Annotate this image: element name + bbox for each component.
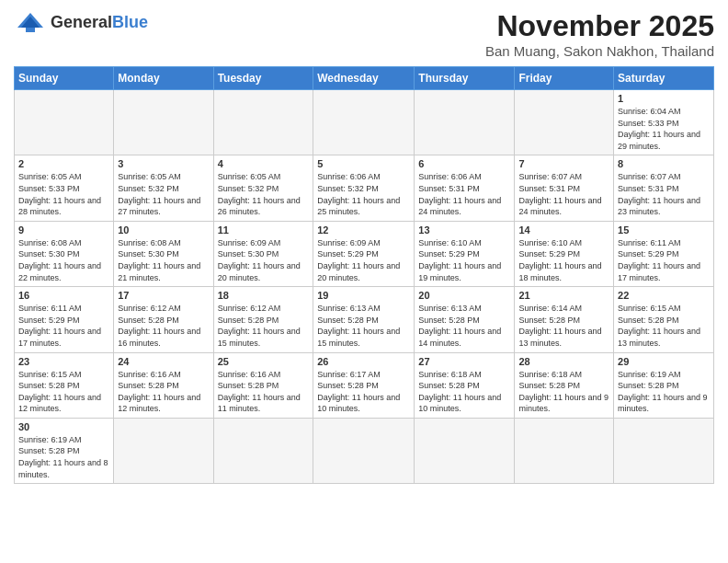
day-info: Sunrise: 6:19 AMSunset: 5:28 PMDaylight:…: [618, 369, 710, 415]
day-number: 10: [118, 224, 209, 236]
weekday-header-thursday: Thursday: [415, 67, 515, 90]
calendar-cell: 25Sunrise: 6:16 AMSunset: 5:28 PMDayligh…: [213, 352, 313, 418]
calendar-week-1: 1Sunrise: 6:04 AMSunset: 5:33 PMDaylight…: [15, 90, 714, 155]
calendar-cell: [515, 418, 614, 483]
day-info: Sunrise: 6:15 AMSunset: 5:28 PMDaylight:…: [18, 369, 109, 415]
day-number: 1: [618, 93, 710, 104]
calendar-week-2: 2Sunrise: 6:05 AMSunset: 5:33 PMDaylight…: [15, 155, 714, 221]
day-number: 26: [317, 356, 410, 367]
weekday-header-saturday: Saturday: [614, 67, 714, 90]
calendar-cell: 13Sunrise: 6:10 AMSunset: 5:29 PMDayligh…: [415, 221, 515, 286]
day-number: 19: [317, 290, 410, 301]
day-info: Sunrise: 6:19 AMSunset: 5:28 PMDaylight:…: [18, 434, 109, 480]
calendar-cell: 5Sunrise: 6:06 AMSunset: 5:32 PMDaylight…: [313, 155, 415, 221]
calendar-cell: 30Sunrise: 6:19 AMSunset: 5:28 PMDayligh…: [15, 418, 114, 483]
calendar-cell: 6Sunrise: 6:06 AMSunset: 5:31 PMDaylight…: [415, 155, 515, 221]
calendar-cell: 7Sunrise: 6:07 AMSunset: 5:31 PMDaylight…: [515, 155, 614, 221]
calendar-cell: [114, 90, 213, 155]
day-number: 6: [418, 158, 510, 169]
calendar-cell: 24Sunrise: 6:16 AMSunset: 5:28 PMDayligh…: [114, 352, 213, 418]
day-number: 2: [18, 158, 109, 169]
day-info: Sunrise: 6:15 AMSunset: 5:28 PMDaylight:…: [618, 303, 710, 349]
calendar-cell: 12Sunrise: 6:09 AMSunset: 5:29 PMDayligh…: [313, 221, 415, 286]
day-info: Sunrise: 6:05 AMSunset: 5:33 PMDaylight:…: [18, 171, 109, 217]
day-number: 4: [218, 158, 310, 169]
day-number: 12: [317, 224, 410, 236]
calendar-cell: 17Sunrise: 6:12 AMSunset: 5:28 PMDayligh…: [114, 287, 213, 352]
calendar-cell: 15Sunrise: 6:11 AMSunset: 5:29 PMDayligh…: [614, 221, 714, 286]
day-info: Sunrise: 6:10 AMSunset: 5:29 PMDaylight:…: [518, 237, 609, 283]
calendar-week-4: 16Sunrise: 6:11 AMSunset: 5:29 PMDayligh…: [15, 287, 714, 352]
day-info: Sunrise: 6:06 AMSunset: 5:32 PMDaylight:…: [317, 171, 410, 217]
weekday-header-sunday: Sunday: [15, 67, 114, 90]
calendar-cell: 1Sunrise: 6:04 AMSunset: 5:33 PMDaylight…: [614, 90, 714, 155]
day-info: Sunrise: 6:05 AMSunset: 5:32 PMDaylight:…: [118, 171, 209, 217]
day-info: Sunrise: 6:08 AMSunset: 5:30 PMDaylight:…: [118, 237, 209, 283]
logo-text: GeneralBlue: [51, 13, 148, 32]
day-info: Sunrise: 6:13 AMSunset: 5:28 PMDaylight:…: [418, 303, 510, 349]
calendar-cell: 18Sunrise: 6:12 AMSunset: 5:28 PMDayligh…: [213, 287, 313, 352]
day-info: Sunrise: 6:12 AMSunset: 5:28 PMDaylight:…: [218, 303, 310, 349]
calendar-cell: 2Sunrise: 6:05 AMSunset: 5:33 PMDaylight…: [15, 155, 114, 221]
day-info: Sunrise: 6:07 AMSunset: 5:31 PMDaylight:…: [618, 171, 710, 217]
calendar-cell: 20Sunrise: 6:13 AMSunset: 5:28 PMDayligh…: [415, 287, 515, 352]
calendar-cell: [15, 90, 114, 155]
day-number: 3: [118, 158, 209, 169]
calendar-cell: [415, 418, 515, 483]
day-info: Sunrise: 6:17 AMSunset: 5:28 PMDaylight:…: [317, 369, 410, 415]
day-number: 14: [518, 224, 609, 236]
day-info: Sunrise: 6:11 AMSunset: 5:29 PMDaylight:…: [618, 237, 710, 283]
calendar-cell: [114, 418, 213, 483]
calendar-cell: 14Sunrise: 6:10 AMSunset: 5:29 PMDayligh…: [515, 221, 614, 286]
day-info: Sunrise: 6:06 AMSunset: 5:31 PMDaylight:…: [418, 171, 510, 217]
calendar-cell: 23Sunrise: 6:15 AMSunset: 5:28 PMDayligh…: [15, 352, 114, 418]
day-info: Sunrise: 6:18 AMSunset: 5:28 PMDaylight:…: [418, 369, 510, 415]
title-block: November 2025 Ban Muang, Sakon Nakhon, T…: [485, 9, 714, 59]
day-info: Sunrise: 6:14 AMSunset: 5:28 PMDaylight:…: [518, 303, 609, 349]
day-info: Sunrise: 6:11 AMSunset: 5:29 PMDaylight:…: [18, 303, 109, 349]
day-number: 15: [618, 224, 710, 236]
calendar-cell: 27Sunrise: 6:18 AMSunset: 5:28 PMDayligh…: [415, 352, 515, 418]
day-info: Sunrise: 6:12 AMSunset: 5:28 PMDaylight:…: [118, 303, 209, 349]
calendar-week-6: 30Sunrise: 6:19 AMSunset: 5:28 PMDayligh…: [15, 418, 714, 483]
calendar-cell: 21Sunrise: 6:14 AMSunset: 5:28 PMDayligh…: [515, 287, 614, 352]
logo-label: GeneralBlue: [51, 13, 148, 31]
day-number: 11: [218, 224, 310, 236]
calendar-cell: [213, 418, 313, 483]
calendar-cell: [313, 90, 415, 155]
weekday-header-friday: Friday: [515, 67, 614, 90]
calendar-cell: [313, 418, 415, 483]
day-info: Sunrise: 6:16 AMSunset: 5:28 PMDaylight:…: [118, 369, 209, 415]
day-number: 30: [18, 421, 109, 432]
day-info: Sunrise: 6:18 AMSunset: 5:28 PMDaylight:…: [518, 369, 609, 415]
day-number: 28: [518, 356, 609, 367]
day-number: 13: [418, 224, 510, 236]
logo: GeneralBlue: [14, 9, 148, 35]
weekday-header-tuesday: Tuesday: [213, 67, 313, 90]
day-info: Sunrise: 6:10 AMSunset: 5:29 PMDaylight:…: [418, 237, 510, 283]
day-info: Sunrise: 6:16 AMSunset: 5:28 PMDaylight:…: [218, 369, 310, 415]
day-number: 8: [618, 158, 710, 169]
day-info: Sunrise: 6:05 AMSunset: 5:32 PMDaylight:…: [218, 171, 310, 217]
calendar-cell: [415, 90, 515, 155]
day-number: 22: [618, 290, 710, 301]
calendar-cell: 16Sunrise: 6:11 AMSunset: 5:29 PMDayligh…: [15, 287, 114, 352]
calendar-cell: 28Sunrise: 6:18 AMSunset: 5:28 PMDayligh…: [515, 352, 614, 418]
day-number: 27: [418, 356, 510, 367]
calendar-cell: 26Sunrise: 6:17 AMSunset: 5:28 PMDayligh…: [313, 352, 415, 418]
weekday-header-row: SundayMondayTuesdayWednesdayThursdayFrid…: [15, 67, 714, 90]
day-info: Sunrise: 6:04 AMSunset: 5:33 PMDaylight:…: [618, 106, 710, 152]
day-number: 18: [218, 290, 310, 301]
day-info: Sunrise: 6:07 AMSunset: 5:31 PMDaylight:…: [518, 171, 609, 217]
day-number: 5: [317, 158, 410, 169]
day-number: 17: [118, 290, 209, 301]
calendar-cell: [614, 418, 714, 483]
logo-icon: [14, 9, 47, 35]
calendar-cell: 10Sunrise: 6:08 AMSunset: 5:30 PMDayligh…: [114, 221, 213, 286]
calendar-week-5: 23Sunrise: 6:15 AMSunset: 5:28 PMDayligh…: [15, 352, 714, 418]
calendar-cell: 29Sunrise: 6:19 AMSunset: 5:28 PMDayligh…: [614, 352, 714, 418]
day-info: Sunrise: 6:08 AMSunset: 5:30 PMDaylight:…: [18, 237, 109, 283]
weekday-header-monday: Monday: [114, 67, 213, 90]
day-number: 9: [18, 224, 109, 236]
month-title: November 2025: [485, 9, 714, 43]
